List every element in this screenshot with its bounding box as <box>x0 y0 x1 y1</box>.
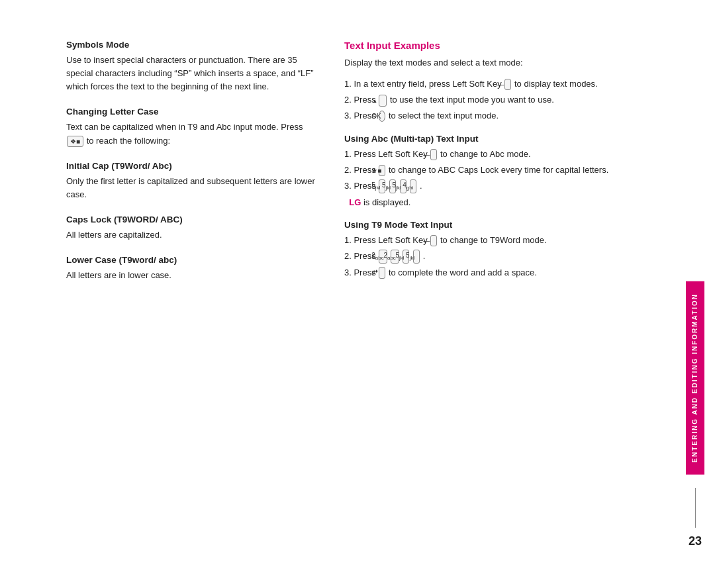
main-step-2: 2. Press ▲ to use the text input mode yo… <box>344 93 636 107</box>
page-content: Symbols Mode Use to insert special chara… <box>0 0 715 588</box>
lg-label: LG <box>349 197 361 207</box>
t9-step-3: 3. Press #♦ to complete the word and add… <box>344 266 636 279</box>
initial-cap-body: Only the first letter is capitalized and… <box>66 175 318 201</box>
abc-step-1: 1. Press Left Soft Key — to change to Ab… <box>344 148 636 161</box>
abc-multitap-steps: 1. Press Left Soft Key — to change to Ab… <box>344 148 636 209</box>
sidebar: ENTERING AND EDITING INFORMATION 23 <box>675 0 715 588</box>
nav-key-up: ▲ <box>379 95 387 107</box>
main-steps-list: 1. In a text entry field, press Left Sof… <box>344 77 636 122</box>
t9-mode-title: Using T9 Mode Text Input <box>344 220 636 230</box>
left-soft-key-1: — <box>504 79 511 90</box>
lower-case-body: All letters are in lower case. <box>66 269 318 282</box>
symbols-mode-body: Use to insert special characters or punc… <box>66 54 318 93</box>
text-input-examples-title: Text Input Examples <box>344 40 636 51</box>
ok-key: OK <box>379 111 385 122</box>
sidebar-tab-label: ENTERING AND EDITING INFORMATION <box>686 281 704 475</box>
t9-steps: 1. Press Left Soft Key — to change to T9… <box>344 234 636 279</box>
main-step-3: 3. Press OK to select the text input mod… <box>344 109 636 122</box>
t9-step-1: 1. Press Left Soft Key — to change to T9… <box>344 234 636 247</box>
sidebar-divider <box>695 488 696 528</box>
star-key-1: ★■ <box>379 165 385 176</box>
left-soft-key-3: — <box>430 235 437 246</box>
changing-letter-case-body: Text can be capitalized when in T9 and A… <box>66 121 318 147</box>
key-5-5: 5jkl <box>413 250 420 263</box>
left-column: Symbols Mode Use to insert special chara… <box>66 40 318 562</box>
abc-lg-display: LG is displayed. <box>344 196 636 209</box>
hash-key-2: #♦ <box>379 267 385 279</box>
left-soft-key-2: — <box>430 149 437 160</box>
abc-step-2: 2. Press ★■ to change to ABC Caps Lock e… <box>344 164 636 177</box>
t9-step-2: 2. Press 2abc 2abc 5jkl 5jkl . <box>344 250 636 264</box>
symbols-mode-title: Symbols Mode <box>66 40 318 50</box>
main-step-1: 1. In a text entry field, press Left Sof… <box>344 77 636 91</box>
page-number: 23 <box>689 534 702 548</box>
caps-lock-title: Caps Lock (T9WORD/ ABC) <box>66 215 318 224</box>
right-column: Text Input Examples Display the text mod… <box>344 40 636 562</box>
changing-letter-case-title: Changing Letter Case <box>66 107 318 117</box>
text-input-intro: Display the text modes and select a text… <box>344 56 636 70</box>
hash-key: ❖■ <box>67 136 83 147</box>
initial-cap-title: Initial Cap (T9Word/ Abc) <box>66 161 318 171</box>
caps-lock-body: All letters are capitalized. <box>66 228 318 242</box>
abc-step-3: 3. Press 5jkl 5jkl 5jkl 4ghi . <box>344 179 636 193</box>
abc-multitap-title: Using Abc (Multi-tap) Text Input <box>344 134 636 144</box>
lower-case-title: Lower Case (T9word/ abc) <box>66 255 318 265</box>
key-4: 4ghi <box>410 179 416 193</box>
main-area: Symbols Mode Use to insert special chara… <box>0 0 675 588</box>
